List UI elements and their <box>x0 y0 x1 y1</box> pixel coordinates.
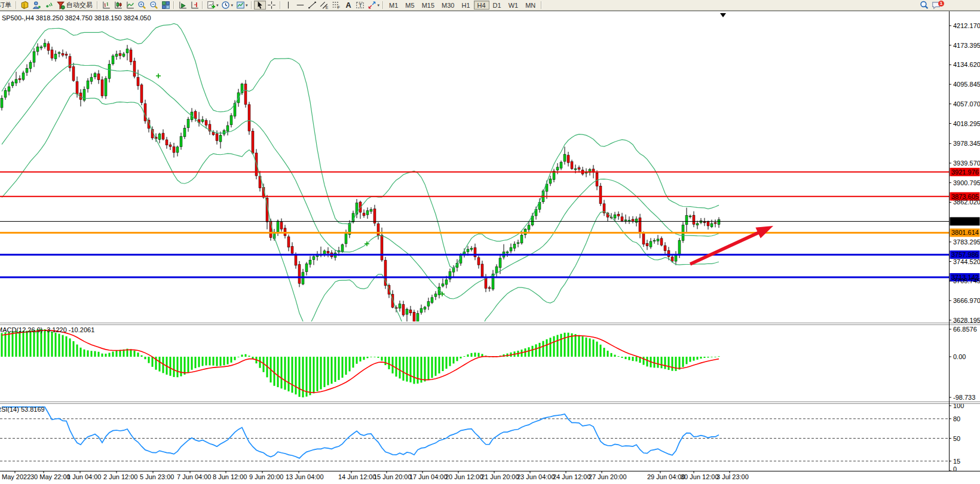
chart-shift-button[interactable] <box>188 1 200 10</box>
fibonacci-button[interactable]: F <box>330 1 342 10</box>
new-chart-button[interactable]: ▾ <box>205 1 220 10</box>
crosshair-button[interactable] <box>266 1 278 10</box>
person-icon <box>32 1 41 10</box>
cursor-icon <box>255 1 265 10</box>
timeframe-h4[interactable]: H4 <box>474 1 489 10</box>
trend-arrow[interactable] <box>690 226 773 264</box>
svg-text:1 Jun 04:00: 1 Jun 04:00 <box>67 473 102 480</box>
funnel-icon <box>56 1 65 10</box>
svg-text:0.00: 0.00 <box>953 353 966 360</box>
svg-text:F: F <box>338 5 340 10</box>
periods-button[interactable]: ▾ <box>220 1 235 10</box>
zoom-in-button[interactable] <box>136 1 148 10</box>
timeframe-d1[interactable]: D1 <box>489 1 505 10</box>
clock-icon <box>221 1 231 10</box>
candles-icon <box>113 1 122 10</box>
timeframe-m15[interactable]: M15 <box>418 1 438 10</box>
candlestick-chart-button[interactable] <box>112 1 124 10</box>
svg-text:4095.845: 4095.845 <box>953 81 980 88</box>
orders-button[interactable]: 订单 <box>0 1 14 10</box>
line-chart-button[interactable] <box>124 1 136 10</box>
svg-text:A: A <box>346 1 351 10</box>
search-button[interactable] <box>918 1 930 10</box>
trendline-button[interactable] <box>307 1 318 10</box>
level-line-3713.142[interactable]: 3713.142 <box>0 273 980 281</box>
svg-text:15: 15 <box>953 458 960 465</box>
vertical-line-button[interactable] <box>283 1 295 10</box>
text-button[interactable]: A <box>342 1 354 10</box>
autotrading-button-label: 自动交易 <box>65 1 94 10</box>
timeframe-h1[interactable]: H1 <box>458 1 473 10</box>
chat-button[interactable]: 1 <box>930 1 942 10</box>
level-line-3824.050[interactable]: 3824.050 <box>0 217 980 225</box>
equidistant-channel-button[interactable]: E <box>318 1 330 10</box>
rsi-label: RSI(14) 53.8169 <box>0 406 45 413</box>
level-lines: 3921.9763873.6053824.0503801.6143757.986… <box>0 168 980 281</box>
toolbar-separator <box>202 1 203 9</box>
arrows-button[interactable]: ▾ <box>366 1 381 10</box>
fibo-icon: F <box>332 1 341 10</box>
level-line-3873.605[interactable]: 3873.605 <box>0 192 980 201</box>
timeframe-mn[interactable]: MN <box>522 1 539 10</box>
auto-scroll-button[interactable] <box>176 1 188 10</box>
signal-icon <box>44 1 53 10</box>
svg-text:E: E <box>326 5 329 10</box>
new-order-button[interactable] <box>19 1 30 10</box>
arrows-icon <box>368 1 377 10</box>
candles-layer <box>1 39 720 332</box>
cursor-button[interactable] <box>254 1 266 10</box>
level-line-3921.976[interactable]: 3921.976 <box>0 168 980 176</box>
svg-text:4057.070: 4057.070 <box>953 100 980 108</box>
chart-shift-marker <box>720 13 726 17</box>
svg-text:29 Jun 04:00: 29 Jun 04:00 <box>647 473 685 480</box>
label-button[interactable]: T <box>354 1 366 10</box>
svg-text:4134.620: 4134.620 <box>953 61 980 68</box>
autoscroll-icon <box>177 1 187 10</box>
signals-button[interactable] <box>42 1 54 10</box>
toolbar: 订单自动交易▾▾▾EFAT▾M1M5M15M30H1H4D1W1MN1 <box>0 0 980 11</box>
toolbar-separator <box>173 1 174 9</box>
vline-icon <box>284 1 293 10</box>
bars-icon <box>101 1 111 10</box>
autotrading-button[interactable]: 自动交易 <box>54 1 95 10</box>
level-line-3801.614[interactable]: 3801.614 <box>0 228 980 237</box>
bar-chart-button[interactable] <box>100 1 112 10</box>
timeframe-m5[interactable]: M5 <box>402 1 418 10</box>
svg-text:4018.295: 4018.295 <box>953 120 980 127</box>
svg-text:14 Jun 12:00: 14 Jun 12:00 <box>338 473 376 480</box>
svg-text:3939.570: 3939.570 <box>953 160 980 167</box>
toolbar-separator <box>280 1 281 9</box>
svg-text:100: 100 <box>953 402 964 409</box>
notification-badge: 1 <box>938 1 944 7</box>
level-line-3757.986[interactable]: 3757.986 <box>0 250 980 259</box>
time-axis: May 202230 May 22:001 Jun 04:002 Jun 12:… <box>2 471 749 480</box>
svg-text:23 Jun 04:00: 23 Jun 04:00 <box>517 473 555 480</box>
svg-text:4173.395: 4173.395 <box>953 42 980 49</box>
orders-button-label: 订单 <box>0 1 13 10</box>
community-button[interactable] <box>30 1 42 10</box>
templates-button[interactable]: ▾ <box>234 1 249 10</box>
toolbar-separator <box>382 1 384 9</box>
svg-text:3705.745: 3705.745 <box>953 277 980 284</box>
svg-text:30 Jun 12:00: 30 Jun 12:00 <box>681 473 719 480</box>
svg-text:3666.970: 3666.970 <box>953 297 980 304</box>
svg-text:13 Jun 04:00: 13 Jun 04:00 <box>286 473 324 480</box>
timeframe-m30[interactable]: M30 <box>438 1 458 10</box>
linechart-icon <box>125 1 134 10</box>
svg-text:7 Jun 04:00: 7 Jun 04:00 <box>177 473 212 480</box>
svg-text:4212.170: 4212.170 <box>953 22 980 29</box>
svg-text:-98.733: -98.733 <box>953 394 975 401</box>
timeframe-w1[interactable]: W1 <box>505 1 522 10</box>
template-icon <box>235 1 245 10</box>
svg-text:9 Jun 20:00: 9 Jun 20:00 <box>249 473 284 480</box>
textA-icon: A <box>344 1 353 10</box>
zoom-out-button[interactable] <box>148 1 160 10</box>
tile-windows-button[interactable] <box>160 1 172 10</box>
labelT-icon: T <box>356 1 365 10</box>
svg-text:T: T <box>359 2 362 8</box>
timeframe-m1[interactable]: M1 <box>385 1 402 10</box>
svg-text:21 Jun 20:00: 21 Jun 20:00 <box>481 473 519 480</box>
chart-canvas[interactable]: 3921.9763873.6053824.0503801.6143757.986… <box>0 10 980 484</box>
svg-text:8 Jun 12:00: 8 Jun 12:00 <box>213 473 247 480</box>
horizontal-line-button[interactable] <box>295 1 307 10</box>
